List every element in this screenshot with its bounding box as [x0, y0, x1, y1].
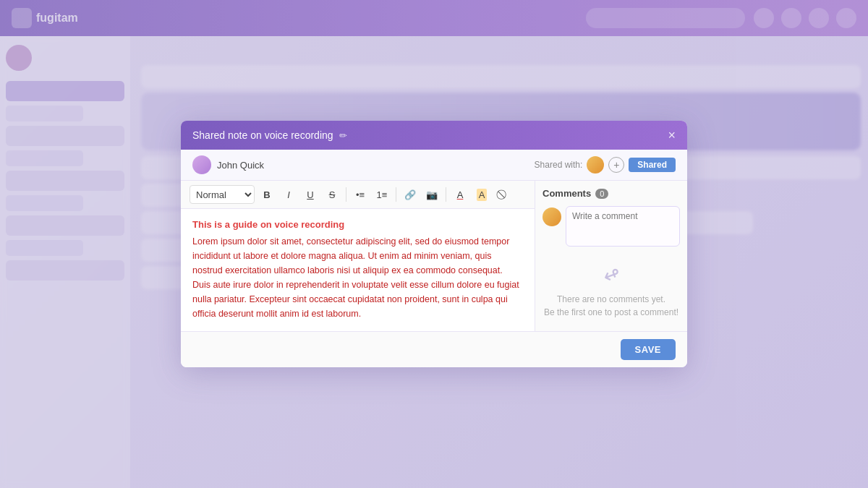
modal-title: Shared note on voice recording [192, 129, 333, 141]
image-button[interactable]: 📷 [422, 185, 441, 204]
no-comments-arrow-icon: ↫ [600, 261, 624, 289]
save-button[interactable]: SAVE [621, 339, 676, 360]
edit-title-icon[interactable]: ✏ [339, 130, 347, 141]
editor-body-text: Lorem ipsum dolor sit amet, consectetur … [192, 234, 523, 321]
add-shared-user-button[interactable]: + [608, 157, 624, 173]
shared-user-avatar [587, 156, 604, 174]
text-style-select[interactable]: Normal Heading 1 Heading 2 Heading 3 [190, 185, 255, 204]
image-icon: 📷 [426, 189, 438, 200]
bullet-list-button[interactable]: •≡ [351, 185, 370, 204]
comments-header: Comments 0 [542, 188, 680, 199]
underline-button[interactable]: U [301, 185, 320, 204]
no-comments-line1: There are no comments yet. [557, 293, 665, 306]
editor-toolbar: Normal Heading 1 Heading 2 Heading 3 B I… [181, 181, 535, 209]
strikethrough-icon: S [329, 189, 336, 200]
modal-body: Normal Heading 1 Heading 2 Heading 3 B I… [181, 181, 687, 331]
toolbar-separator-2 [396, 187, 396, 202]
shared-label: Shared with: [535, 160, 583, 170]
link-button[interactable]: 🔗 [401, 185, 420, 204]
bullet-list-icon: •≡ [356, 189, 365, 200]
bold-button[interactable]: B [258, 185, 276, 204]
clear-format-button[interactable]: ⃠ [494, 185, 513, 204]
editor-content-area[interactable]: This is a guide on voice recording Lorem… [181, 209, 535, 331]
comments-count-badge: 0 [595, 189, 608, 199]
comments-title: Comments [542, 188, 591, 199]
editor-title-line: This is a guide on voice recording [192, 219, 523, 230]
italic-button[interactable]: I [279, 185, 298, 204]
comment-input-field[interactable] [566, 206, 680, 247]
bold-icon: B [263, 189, 270, 200]
user-info: John Quick [192, 155, 264, 174]
modal-overlay: Shared note on voice recording ✏ × John … [0, 0, 868, 488]
underline-icon: U [307, 189, 313, 200]
modal-dialog: Shared note on voice recording ✏ × John … [181, 121, 687, 367]
no-comments-line2: Be the first one to post a comment! [544, 306, 678, 319]
highlight-icon: A [477, 189, 488, 201]
comments-pane: Comments 0 ↫ There are no comments yet. … [535, 181, 687, 331]
toolbar-separator-3 [446, 187, 446, 202]
user-name: John Quick [217, 160, 264, 171]
ordered-list-icon: 1≡ [377, 189, 388, 200]
comment-input-avatar [542, 207, 561, 226]
modal-subheader: John Quick Shared with: + Shared [181, 150, 687, 181]
modal-title-row: Shared note on voice recording ✏ [192, 129, 347, 141]
shared-badge[interactable]: Shared [629, 158, 676, 172]
modal-header: Shared note on voice recording ✏ × [181, 121, 687, 150]
link-icon: 🔗 [404, 189, 416, 200]
highlight-button[interactable]: A [472, 185, 491, 204]
user-avatar [192, 155, 211, 174]
modal-footer: SAVE [181, 331, 687, 367]
shared-with-row: Shared with: + Shared [535, 156, 676, 174]
font-color-icon: A [457, 189, 464, 200]
font-color-button[interactable]: A [451, 185, 469, 204]
editor-pane: Normal Heading 1 Heading 2 Heading 3 B I… [181, 181, 535, 331]
no-comments-area: ↫ There are no comments yet. Be the firs… [542, 258, 680, 324]
italic-icon: I [287, 189, 290, 200]
ordered-list-button[interactable]: 1≡ [373, 185, 391, 204]
modal-close-button[interactable]: × [668, 129, 676, 142]
comment-input-row [542, 206, 680, 247]
strikethrough-button[interactable]: S [323, 185, 341, 204]
toolbar-separator-1 [346, 187, 346, 202]
